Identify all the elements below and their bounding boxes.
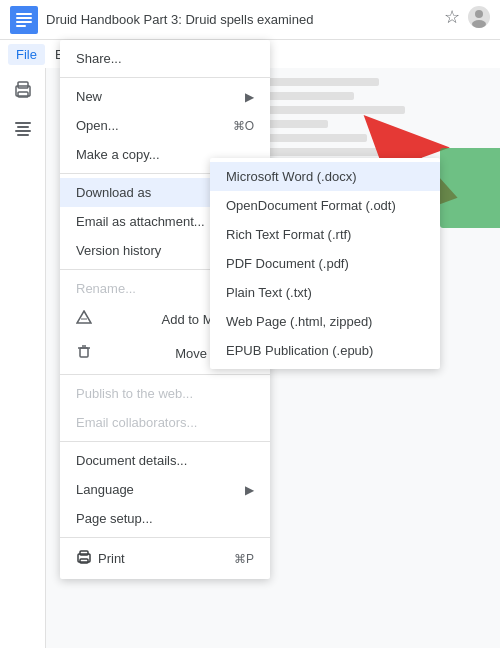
trash-icon (76, 343, 92, 363)
svg-rect-11 (15, 122, 31, 124)
doc-corner-decoration (440, 148, 500, 228)
docs-icon (10, 6, 38, 34)
svg-rect-18 (80, 348, 88, 357)
separator-1 (60, 77, 270, 78)
svg-point-7 (472, 20, 486, 28)
star-icon[interactable]: ☆ (444, 6, 460, 33)
outline-sidebar-icon[interactable] (11, 116, 35, 140)
submenu-word[interactable]: Microsoft Word (.docx) (210, 162, 440, 191)
submenu-epub[interactable]: EPUB Publication (.epub) (210, 336, 440, 365)
download-as-submenu: Microsoft Word (.docx) OpenDocument Form… (210, 158, 440, 369)
svg-rect-23 (80, 559, 88, 563)
svg-marker-16 (77, 311, 91, 323)
submenu-rtf[interactable]: Rich Text Format (.rtf) (210, 220, 440, 249)
menu-email-collaborators: Email collaborators... (60, 408, 270, 437)
svg-rect-14 (17, 134, 29, 136)
svg-rect-13 (15, 130, 31, 132)
submenu-html[interactable]: Web Page (.html, zipped) (210, 307, 440, 336)
separator-5 (60, 441, 270, 442)
menu-open[interactable]: Open... ⌘O (60, 111, 270, 140)
account-icon[interactable] (468, 6, 490, 33)
submenu-odt[interactable]: OpenDocument Format (.odt) (210, 191, 440, 220)
svg-rect-12 (17, 126, 29, 128)
menu-print[interactable]: Print ⌘P (60, 542, 270, 575)
svg-point-6 (475, 10, 483, 18)
svg-rect-22 (80, 551, 88, 555)
menu-document-details[interactable]: Document details... (60, 446, 270, 475)
svg-rect-9 (18, 82, 28, 88)
document-title: Druid Handbook Part 3: Druid spells exam… (46, 12, 444, 27)
svg-rect-3 (16, 21, 32, 23)
menu-publish-web: Publish to the web... (60, 379, 270, 408)
menu-page-setup[interactable]: Page setup... (60, 504, 270, 533)
svg-rect-2 (16, 17, 32, 19)
submenu-txt[interactable]: Plain Text (.txt) (210, 278, 440, 307)
submenu-pdf[interactable]: PDF Document (.pdf) (210, 249, 440, 278)
top-icons: ☆ (444, 6, 490, 33)
svg-rect-0 (10, 6, 38, 34)
menu-share[interactable]: Share... (60, 44, 270, 73)
svg-rect-4 (16, 25, 26, 27)
svg-rect-1 (16, 13, 32, 15)
menu-language[interactable]: Language ▶ (60, 475, 270, 504)
chevron-right-icon: ▶ (245, 90, 254, 104)
menu-new[interactable]: New ▶ (60, 82, 270, 111)
svg-rect-10 (18, 92, 28, 97)
sidebar (0, 68, 46, 648)
menu-file[interactable]: File (8, 44, 45, 65)
chevron-right-lang-icon: ▶ (245, 483, 254, 497)
print-sidebar-icon[interactable] (11, 78, 35, 102)
print-menu-icon (76, 549, 92, 565)
drive-icon (76, 310, 92, 329)
separator-6 (60, 537, 270, 538)
separator-4 (60, 374, 270, 375)
top-bar: Druid Handbook Part 3: Druid spells exam… (0, 0, 500, 40)
